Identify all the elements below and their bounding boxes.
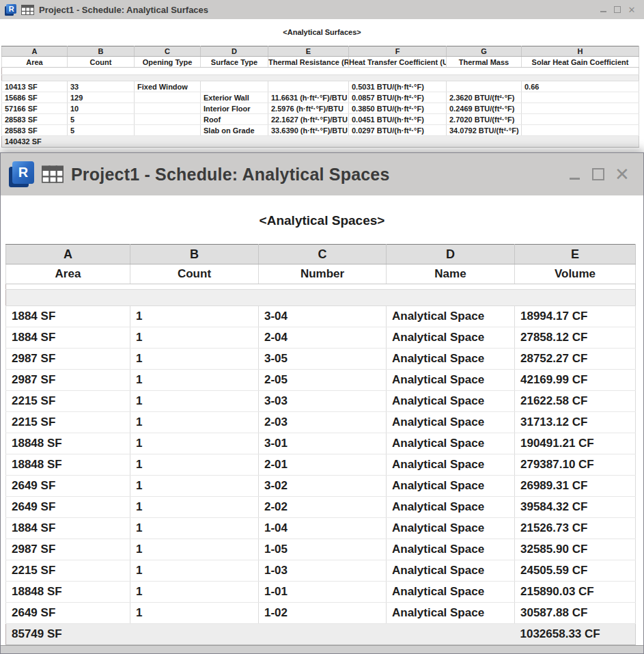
minimize-button[interactable] (598, 4, 608, 15)
table-cell[interactable]: Analytical Space (387, 391, 515, 412)
table-cell[interactable]: Roof (201, 114, 268, 125)
column-letter[interactable]: B (68, 46, 135, 57)
column-header[interactable]: Area (2, 57, 68, 68)
table-cell[interactable]: 39584.32 CF (515, 497, 636, 518)
table-cell[interactable]: 1 (130, 476, 259, 497)
table-cell[interactable]: Exterior Wall (201, 92, 268, 103)
minimize-button[interactable] (565, 165, 583, 183)
table-cell[interactable]: 21526.73 CF (515, 518, 636, 539)
table-cell[interactable]: 18848 SF (6, 433, 130, 454)
table-cell[interactable]: 22.1627 (h·ft²·°F)/BTU (268, 114, 349, 125)
table-cell[interactable] (135, 92, 201, 103)
table-cell[interactable]: 30587.88 CF (515, 603, 636, 624)
column-letter[interactable]: C (135, 46, 201, 57)
column-letter[interactable]: B (130, 245, 259, 264)
close-button[interactable]: ✕ (626, 4, 637, 15)
table-cell[interactable]: 1884 SF (6, 327, 130, 349)
table-cell[interactable]: Analytical Space (387, 349, 515, 370)
table-cell[interactable]: Analytical Space (387, 582, 515, 603)
table-cell[interactable]: 31713.12 CF (515, 412, 636, 433)
table-cell[interactable]: 0.0451 BTU/(h·ft²·°F) (349, 114, 447, 125)
column-letter[interactable]: A (2, 46, 68, 57)
table-cell[interactable]: 0.2469 BTU/(ft²·°F) (447, 103, 522, 114)
table-cell[interactable] (522, 103, 639, 114)
table-cell[interactable]: 3-01 (259, 433, 387, 454)
table-cell[interactable]: Analytical Space (387, 497, 515, 518)
table-cell[interactable]: 2.3620 BTU/(ft²·°F) (447, 92, 522, 103)
table-cell[interactable]: 2987 SF (6, 349, 130, 370)
table-cell[interactable]: 1 (130, 433, 259, 454)
table-cell[interactable]: 2.5976 (h·ft²·°F)/BTU (268, 103, 349, 114)
table-cell[interactable]: 2649 SF (6, 603, 130, 624)
table-cell[interactable]: Analytical Space (387, 412, 515, 433)
table-cell[interactable]: 28752.27 CF (515, 349, 636, 370)
table-cell[interactable]: 1 (130, 349, 259, 370)
column-letter[interactable]: D (201, 46, 268, 57)
table-cell[interactable] (135, 103, 201, 114)
column-header[interactable]: Opening Type (135, 57, 201, 68)
table-cell[interactable]: 1 (130, 370, 259, 391)
table-cell[interactable]: 1-04 (259, 518, 387, 539)
table-cell[interactable] (522, 92, 639, 103)
table-cell[interactable]: 28583 SF (2, 114, 68, 125)
table-cell[interactable]: 3-05 (259, 349, 387, 370)
table-cell[interactable]: 129 (68, 92, 135, 103)
maximize-button[interactable] (612, 4, 623, 15)
table-cell[interactable]: 18848 SF (6, 454, 130, 476)
table-cell[interactable]: 1 (130, 391, 259, 412)
table-cell[interactable]: Analytical Space (387, 370, 515, 391)
column-header[interactable]: Surface Type (201, 57, 268, 68)
table-cell[interactable]: 2-05 (259, 370, 387, 391)
table-cell[interactable]: 5 (68, 114, 135, 125)
table-cell[interactable]: 0.66 (522, 81, 639, 92)
table-cell[interactable]: 2-03 (259, 412, 387, 433)
table-cell[interactable]: 2987 SF (6, 370, 130, 391)
table-cell[interactable]: 21622.58 CF (515, 391, 636, 412)
table-cell[interactable]: 57166 SF (2, 103, 68, 114)
table-cell[interactable]: 0.0857 BTU/(h·ft²·°F) (349, 92, 447, 103)
table-cell[interactable]: 2-01 (259, 454, 387, 476)
column-letter[interactable]: C (259, 245, 387, 264)
table-cell[interactable]: 32585.90 CF (515, 539, 636, 560)
table-cell[interactable]: 1-03 (259, 560, 387, 582)
table-cell[interactable]: 2215 SF (6, 560, 130, 582)
table-cell[interactable]: Analytical Space (387, 518, 515, 539)
table-cell[interactable]: Fixed Window (135, 81, 201, 92)
table-cell[interactable]: Analytical Space (387, 454, 515, 476)
table-cell[interactable]: 1 (130, 412, 259, 433)
column-header[interactable]: Heat Transfer Coefficient (U) (349, 57, 447, 68)
spaces-titlebar[interactable]: R Project1 - Schedule: Analytical Spaces… (1, 153, 643, 195)
table-cell[interactable]: 28583 SF (2, 125, 68, 136)
table-cell[interactable]: 215890.03 CF (515, 582, 636, 603)
table-cell[interactable]: 10413 SF (2, 81, 68, 92)
column-letter[interactable]: H (522, 46, 639, 57)
column-header[interactable]: Name (387, 264, 515, 284)
table-cell[interactable]: 0.5031 BTU/(h·ft²·°F) (349, 81, 447, 92)
table-cell[interactable] (268, 81, 349, 92)
column-header[interactable]: Area (6, 264, 130, 284)
table-cell[interactable]: 33 (68, 81, 135, 92)
table-cell[interactable]: Analytical Space (387, 327, 515, 349)
table-cell[interactable]: 0.0297 BTU/(h·ft²·°F) (349, 125, 447, 136)
table-cell[interactable]: 1 (130, 539, 259, 560)
table-cell[interactable]: 2-04 (259, 327, 387, 349)
table-cell[interactable]: 1 (130, 603, 259, 624)
table-cell[interactable]: 18994.17 CF (515, 306, 636, 327)
table-cell[interactable]: 0.3850 BTU/(h·ft²·°F) (349, 103, 447, 114)
table-cell[interactable]: Slab on Grade (201, 125, 268, 136)
table-cell[interactable]: Interior Floor (201, 103, 268, 114)
table-cell[interactable]: Analytical Space (387, 560, 515, 582)
maximize-button[interactable] (589, 165, 607, 183)
table-cell[interactable]: 190491.21 CF (515, 433, 636, 454)
table-cell[interactable]: 2215 SF (6, 412, 130, 433)
table-cell[interactable] (522, 125, 639, 136)
table-cell[interactable]: 1-01 (259, 582, 387, 603)
table-cell[interactable]: 15686 SF (2, 92, 68, 103)
table-cell[interactable]: 3-04 (259, 306, 387, 327)
table-cell[interactable]: 26989.31 CF (515, 476, 636, 497)
table-cell[interactable]: 1 (130, 518, 259, 539)
column-header[interactable]: Solar Heat Gain Coefficient (522, 57, 639, 68)
table-cell[interactable]: 1 (130, 454, 259, 476)
table-cell[interactable]: 1 (130, 560, 259, 582)
table-cell[interactable]: 2987 SF (6, 539, 130, 560)
